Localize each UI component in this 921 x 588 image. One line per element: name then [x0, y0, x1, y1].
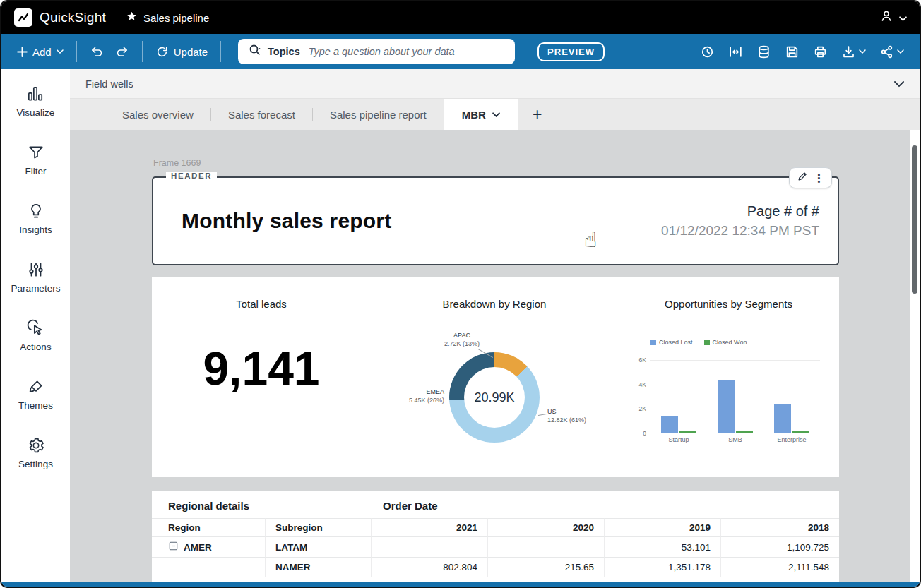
chevron-down-icon[interactable]: [894, 78, 904, 90]
undo-button[interactable]: [84, 44, 109, 59]
x-category-label: SMB: [707, 436, 763, 443]
x-category-label: Startup: [650, 436, 707, 443]
update-button[interactable]: Update: [150, 45, 213, 59]
save-icon[interactable]: [785, 44, 800, 59]
sidebar-item-insights[interactable]: Insights: [19, 202, 52, 235]
star-icon[interactable]: [126, 11, 138, 25]
question-input[interactable]: [309, 46, 505, 57]
bar-chart-icon: [26, 85, 44, 103]
dashboard-name: Sales pipeline: [143, 12, 209, 24]
column-header-2020: 2020: [487, 518, 604, 537]
pencil-icon[interactable]: [797, 171, 808, 185]
paintbrush-icon: [27, 378, 45, 396]
update-icon: [155, 45, 169, 59]
lightbulb-icon: [27, 202, 45, 220]
timestamp: 01/12/2022 12:34 PM PST: [661, 223, 819, 239]
topics-search-bar[interactable]: Topics: [238, 39, 515, 64]
bar-closed-lost[interactable]: [774, 404, 791, 433]
share-button[interactable]: [879, 44, 904, 59]
table-row-region-empty: [152, 558, 265, 577]
chevron-down-icon: [859, 49, 866, 54]
topics-search-icon: [248, 43, 262, 60]
clock-icon[interactable]: [700, 44, 715, 59]
chart-title: Breakdown by Region: [371, 298, 618, 310]
topics-label: Topics: [268, 46, 300, 57]
chevron-down-icon: [492, 112, 500, 117]
chart-title: Total leads: [152, 298, 371, 310]
column-header-region: Region: [152, 518, 265, 537]
redo-button[interactable]: [109, 44, 135, 59]
bar-closed-won[interactable]: [736, 431, 753, 433]
fit-width-icon[interactable]: [728, 44, 743, 59]
dataset-icon[interactable]: [756, 44, 771, 59]
filter-icon: [27, 143, 45, 162]
sidebar-item-label: Themes: [18, 400, 53, 411]
scrollbar-thumb[interactable]: [912, 145, 917, 294]
tab-sales-overview[interactable]: Sales overview: [105, 99, 210, 130]
table-cell-value: 802.804: [371, 558, 487, 577]
toolbar-divider: [142, 41, 143, 62]
hand-cursor: ☝: [584, 227, 597, 252]
redo-icon: [115, 44, 129, 59]
field-wells-bar[interactable]: Field wells: [70, 69, 920, 99]
sidebar-item-visualize[interactable]: Visualize: [17, 85, 55, 118]
bar-closed-lost[interactable]: [661, 416, 678, 433]
preview-button[interactable]: PREVIEW: [537, 42, 605, 61]
bar-group-startup: [650, 360, 707, 433]
bar-closed-won[interactable]: [679, 431, 696, 433]
add-button[interactable]: Add: [11, 46, 69, 58]
header-visual[interactable]: HEADER Monthly sales report Page # of # …: [152, 176, 839, 265]
table-group-header: Order Date: [383, 500, 438, 512]
sidebar-item-label: Insights: [19, 224, 52, 235]
kpi-visual-total-leads[interactable]: Total leads 9,141: [152, 277, 371, 477]
quicksight-logo-icon[interactable]: [14, 8, 32, 27]
region-donut: 20.99K: [449, 352, 540, 443]
table-cell-subregion: NAMER: [265, 558, 371, 577]
export-button[interactable]: [841, 44, 866, 59]
sidebar-item-parameters[interactable]: Parameters: [11, 260, 61, 294]
y-tick-label: 4K: [624, 381, 646, 388]
chevron-down-icon[interactable]: [899, 11, 907, 24]
bar-closed-won[interactable]: [792, 431, 809, 433]
table-cell-value: 1,351.178: [604, 558, 720, 577]
sidebar-item-themes[interactable]: Themes: [18, 378, 53, 411]
sidebar-item-settings[interactable]: Settings: [18, 436, 53, 469]
charts-panel: Total leads 9,141 Breakdown by Region 20…: [152, 277, 839, 477]
cursor-action-icon: [27, 319, 45, 337]
table-title: Regional details: [168, 500, 249, 512]
tab-sales-pipeline-report[interactable]: Sales pipeline report: [313, 99, 444, 130]
sidebar-item-label: Visualize: [17, 107, 55, 118]
collapse-icon[interactable]: [169, 541, 178, 553]
left-sidebar: Visualize Filter Insights Parameters Act…: [1, 69, 70, 582]
report-title: Monthly sales report: [182, 209, 391, 233]
y-tick-label: 2K: [624, 405, 646, 412]
bar-visual-segments[interactable]: Opportunities by Segments Closed Lost Cl…: [618, 277, 839, 477]
donut-callout-apac: APAC 2.72K (13%): [430, 332, 494, 348]
sidebar-item-actions[interactable]: Actions: [20, 319, 51, 352]
x-category-label: Enterprise: [763, 436, 820, 443]
table-cell-value: 1,109.725: [720, 537, 839, 558]
page-number-label: Page # of #: [661, 203, 819, 220]
donut-callout-us: US 12.82K (61%): [547, 408, 611, 424]
chart-legend: Closed Lost Closed Won: [650, 339, 747, 346]
frame-label: Frame 1669: [153, 158, 201, 168]
user-icon[interactable]: [879, 9, 893, 26]
tab-sales-forecast[interactable]: Sales forecast: [211, 99, 312, 130]
app-name: QuickSight: [40, 10, 106, 25]
scrollbar-track[interactable]: [910, 130, 920, 582]
sidebar-item-filter[interactable]: Filter: [25, 143, 47, 176]
donut-visual-region[interactable]: Breakdown by Region 20.99K APAC 2.72K (1…: [371, 277, 618, 477]
field-wells-label: Field wells: [85, 78, 133, 90]
kebab-menu-icon[interactable]: ⋮: [814, 173, 824, 184]
callout-line: [446, 397, 453, 397]
pivot-table-visual[interactable]: Regional details Order Date Region Subre…: [152, 491, 839, 582]
dashboard-canvas: Frame 1669 HEADER Monthly sales report P…: [70, 130, 920, 582]
tab-label: MBR: [462, 109, 486, 121]
add-sheet-button[interactable]: +: [518, 99, 556, 130]
toolbar-divider: [220, 41, 221, 62]
share-icon: [879, 44, 894, 59]
bar-closed-lost[interactable]: [718, 380, 735, 433]
table-cell-value: [487, 537, 604, 558]
print-icon[interactable]: [813, 44, 828, 59]
tab-mbr-active[interactable]: MBR: [444, 99, 518, 130]
